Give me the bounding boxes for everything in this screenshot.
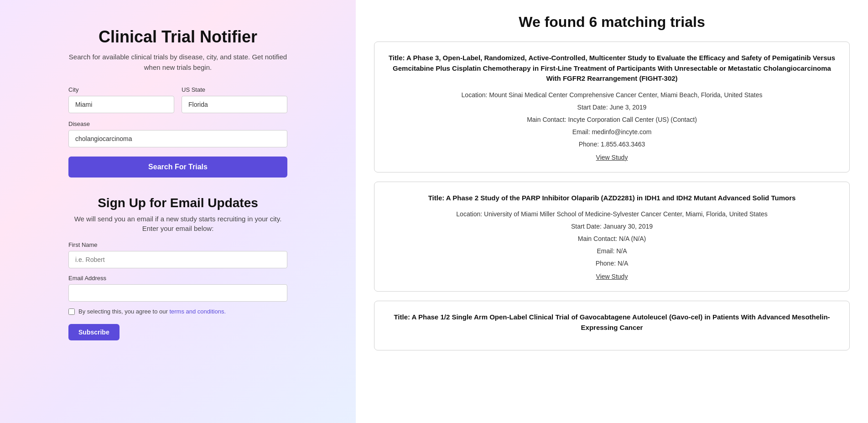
trial-start-date: Start Date: June 3, 2019 [388, 103, 836, 112]
trial-email: Email: N/A [388, 246, 836, 256]
view-study-link[interactable]: View Study [388, 273, 836, 280]
trial-title: Title: A Phase 2 Study of the PARP Inhib… [388, 193, 836, 204]
disease-label: Disease [68, 120, 287, 127]
trial-contact: Main Contact: Incyte Corporation Call Ce… [388, 115, 836, 125]
signup-subtitle: We will send you an email if a new study… [68, 215, 287, 223]
city-input[interactable] [68, 96, 174, 113]
trial-location: Location: University of Miami Miller Sch… [388, 209, 836, 219]
right-panel: We found 6 matching trials Title: A Phas… [356, 0, 868, 423]
firstname-input[interactable] [68, 251, 287, 268]
firstname-label: First Name [68, 241, 287, 248]
trial-contact: Main Contact: N/A (N/A) [388, 234, 836, 244]
left-panel: Clinical Trial Notifier Search for avail… [0, 0, 356, 423]
firstname-group: First Name [68, 241, 287, 268]
state-group: US State [182, 86, 287, 113]
disease-group: Disease [68, 120, 287, 147]
signup-title: Sign Up for Email Updates [68, 196, 287, 210]
subscribe-button[interactable]: Subscribe [68, 324, 120, 340]
city-label: City [68, 86, 174, 93]
trial-phone: Phone: N/A [388, 259, 836, 268]
trial-location: Location: Mount Sinai Medical Center Com… [388, 90, 836, 100]
signup-section: Sign Up for Email Updates We will send y… [68, 196, 287, 340]
trial-card: Title: A Phase 3, Open-Label, Randomized… [374, 42, 850, 172]
email-input[interactable] [68, 284, 287, 302]
trial-email: Email: medinfo@incyte.com [388, 127, 836, 137]
trial-start-date: Start Date: January 30, 2019 [388, 222, 836, 231]
results-title: We found 6 matching trials [374, 14, 850, 31]
terms-checkbox[interactable] [68, 308, 75, 315]
disease-input[interactable] [68, 130, 287, 147]
city-state-row: City US State [68, 86, 287, 113]
terms-row: By selecting this, you agree to our term… [68, 308, 287, 315]
disease-row: Disease [68, 120, 287, 147]
city-group: City [68, 86, 174, 113]
app-title: Clinical Trial Notifier [99, 27, 257, 47]
state-label: US State [182, 86, 287, 93]
terms-label: By selecting this, you agree to our term… [78, 308, 226, 315]
email-group: Email Address [68, 275, 287, 302]
trial-phone: Phone: 1.855.463.3463 [388, 140, 836, 149]
signup-subtitle2: Enter your email below: [68, 225, 287, 232]
trial-card: Title: A Phase 1/2 Single Arm Open-Label… [374, 301, 850, 350]
terms-link[interactable]: terms and conditions. [169, 308, 226, 315]
app-subtitle: Search for available clinical trials by … [64, 52, 292, 73]
email-label: Email Address [68, 275, 287, 282]
view-study-link[interactable]: View Study [388, 154, 836, 161]
trial-card: Title: A Phase 2 Study of the PARP Inhib… [374, 182, 850, 292]
search-button[interactable]: Search For Trials [68, 157, 287, 178]
trial-title: Title: A Phase 3, Open-Label, Randomized… [388, 53, 836, 84]
state-input[interactable] [182, 96, 287, 113]
trial-title: Title: A Phase 1/2 Single Arm Open-Label… [388, 312, 836, 333]
search-section: City US State Disease Search For Trials [68, 86, 287, 196]
